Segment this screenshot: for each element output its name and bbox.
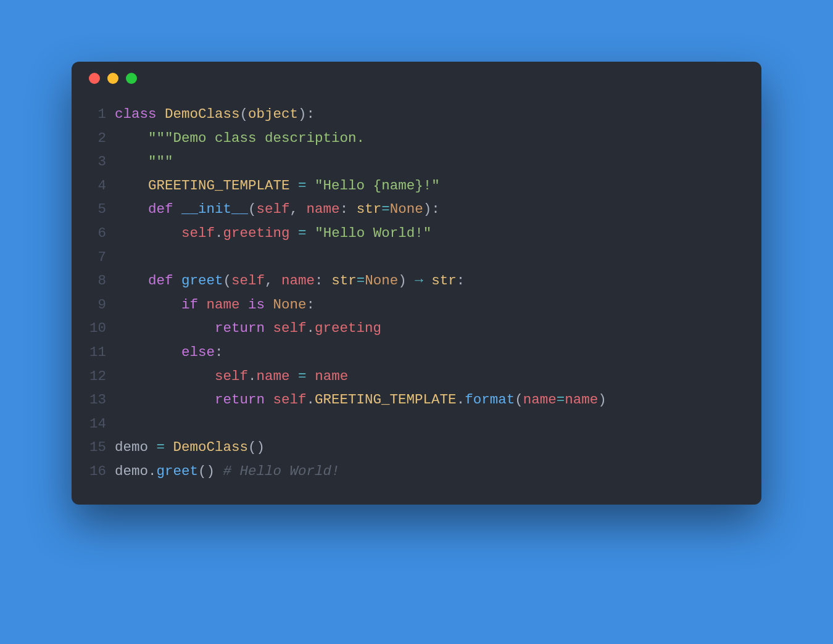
code-text[interactable]: demo.greet() # Hello World! xyxy=(115,460,340,484)
line-number: 6 xyxy=(72,221,115,246)
line-number: 3 xyxy=(72,150,115,174)
code-text[interactable]: return self.GREETING_TEMPLATE.format(nam… xyxy=(115,388,607,412)
code-text[interactable]: GREETING_TEMPLATE = "Hello {name}!" xyxy=(115,174,440,198)
code-text[interactable]: def __init__(self, name: str=None): xyxy=(115,197,440,221)
line-number: 15 xyxy=(72,436,115,460)
line-number: 16 xyxy=(72,460,115,484)
window-titlebar xyxy=(72,62,761,95)
code-text[interactable]: if name is None: xyxy=(115,293,315,317)
line-number: 12 xyxy=(72,365,115,389)
code-line[interactable]: 11 else: xyxy=(72,341,747,365)
line-number: 1 xyxy=(72,102,115,126)
code-line[interactable]: 4 GREETING_TEMPLATE = "Hello {name}!" xyxy=(72,174,747,198)
code-line[interactable]: 8 def greet(self, name: str=None) → str: xyxy=(72,269,747,293)
code-line[interactable]: 12 self.name = name xyxy=(72,365,747,389)
editor-window: 1class DemoClass(object):2 """Demo class… xyxy=(72,62,761,505)
line-number: 10 xyxy=(72,316,115,341)
code-line[interactable]: 10 return self.greeting xyxy=(72,316,747,341)
code-text[interactable]: demo = DemoClass() xyxy=(115,436,265,460)
code-line[interactable]: 14 xyxy=(72,412,747,436)
code-text[interactable]: return self.greeting xyxy=(115,316,381,341)
code-line[interactable]: 16demo.greet() # Hello World! xyxy=(72,460,747,484)
line-number: 13 xyxy=(72,388,115,412)
code-text[interactable]: """ xyxy=(115,150,173,174)
line-number: 7 xyxy=(72,246,115,270)
code-line[interactable]: 9 if name is None: xyxy=(72,293,747,317)
code-text[interactable]: self.name = name xyxy=(115,365,348,389)
code-line[interactable]: 6 self.greeting = "Hello World!" xyxy=(72,221,747,246)
page-background: 1class DemoClass(object):2 """Demo class… xyxy=(0,0,833,644)
zoom-icon[interactable] xyxy=(126,73,137,84)
code-line[interactable]: 2 """Demo class description. xyxy=(72,126,747,151)
code-line[interactable]: 13 return self.GREETING_TEMPLATE.format(… xyxy=(72,388,747,412)
line-number: 5 xyxy=(72,197,115,221)
line-number: 4 xyxy=(72,174,115,198)
code-text[interactable]: """Demo class description. xyxy=(115,126,365,151)
code-text[interactable]: self.greeting = "Hello World!" xyxy=(115,221,431,246)
code-line[interactable]: 5 def __init__(self, name: str=None): xyxy=(72,197,747,221)
line-number: 11 xyxy=(72,341,115,365)
code-line[interactable]: 3 """ xyxy=(72,150,747,174)
line-number: 8 xyxy=(72,269,115,293)
line-number: 9 xyxy=(72,293,115,317)
code-text[interactable]: class DemoClass(object): xyxy=(115,102,315,126)
minimize-icon[interactable] xyxy=(107,73,118,84)
code-text[interactable]: else: xyxy=(115,341,223,365)
code-line[interactable]: 15demo = DemoClass() xyxy=(72,436,747,460)
code-line[interactable]: 7 xyxy=(72,246,747,270)
line-number: 14 xyxy=(72,412,115,436)
line-number: 2 xyxy=(72,126,115,151)
code-editor[interactable]: 1class DemoClass(object):2 """Demo class… xyxy=(72,95,761,484)
code-line[interactable]: 1class DemoClass(object): xyxy=(72,102,747,126)
close-icon[interactable] xyxy=(89,73,100,84)
code-text[interactable]: def greet(self, name: str=None) → str: xyxy=(115,269,465,293)
